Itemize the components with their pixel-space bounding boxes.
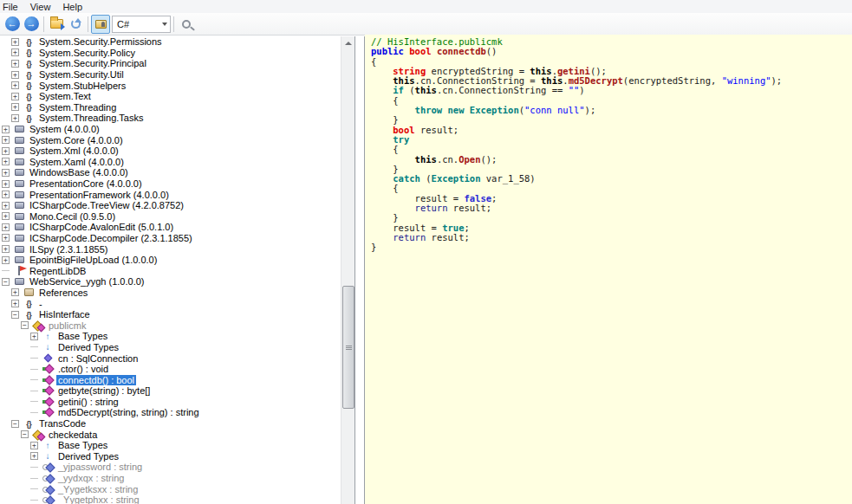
tree-label[interactable]: ILSpy (2.3.1.1855) bbox=[28, 244, 110, 255]
tree-label[interactable]: WindowsBase (4.0.0.0) bbox=[28, 167, 130, 178]
tree-row[interactable]: +ICSharpCode.Decompiler (2.3.1.1855) bbox=[0, 233, 341, 244]
tree-label[interactable]: System.Threading bbox=[37, 102, 118, 113]
expander-plus-icon[interactable]: + bbox=[11, 103, 19, 111]
expander-plus-icon[interactable]: + bbox=[30, 452, 38, 460]
tree-row[interactable]: +System (4.0.0.0) bbox=[0, 124, 341, 135]
menu-file[interactable]: File bbox=[0, 1, 24, 13]
scrollbar-thumb[interactable] bbox=[342, 286, 354, 409]
tree-label[interactable]: System.Xaml (4.0.0.0) bbox=[28, 157, 126, 167]
expander-plus-icon[interactable]: + bbox=[2, 234, 10, 242]
tree-label[interactable]: getini() : string bbox=[56, 397, 120, 407]
tree-row[interactable]: +System.Core (4.0.0.0) bbox=[0, 134, 341, 145]
tree-label[interactable]: cn : SqlConnection bbox=[56, 353, 140, 364]
expander-plus-icon[interactable]: + bbox=[2, 223, 10, 231]
tree-row[interactable]: +ICSharpCode.TreeView (4.2.0.8752) bbox=[0, 200, 341, 211]
tree-row[interactable]: md5Decrypt(string, string) : string bbox=[0, 407, 341, 418]
tree-row[interactable]: .ctor() : void bbox=[0, 364, 341, 375]
back-button[interactable]: ← bbox=[3, 15, 22, 34]
tree-row[interactable]: −publicmk bbox=[0, 320, 341, 331]
tree-label[interactable]: ICSharpCode.TreeView (4.2.0.8752) bbox=[28, 200, 185, 210]
expander-plus-icon[interactable]: + bbox=[2, 256, 10, 264]
expander-plus-icon[interactable]: + bbox=[30, 333, 38, 340]
tree-label[interactable]: WebService_yygh (1.0.0.0) bbox=[28, 276, 146, 287]
tree-row[interactable]: cn : SqlConnection bbox=[0, 352, 341, 364]
tree-row[interactable]: +WindowsBase (4.0.0.0) bbox=[0, 167, 341, 178]
tree-label[interactable]: System (4.0.0.0) bbox=[28, 124, 101, 134]
tree-row[interactable]: +ILSpy (2.3.1.1855) bbox=[0, 243, 341, 255]
expander-plus-icon[interactable]: + bbox=[2, 202, 10, 210]
assembly-tree[interactable]: +{}System.Security.Permissions+{}System.… bbox=[0, 36, 341, 504]
tree-row[interactable]: +{}System.Security.Policy bbox=[0, 48, 341, 59]
menu-help[interactable]: Help bbox=[56, 1, 88, 13]
tree-row[interactable]: +System.Xml (4.0.0.0) bbox=[0, 145, 341, 157]
tree-label[interactable]: System.Xml (4.0.0.0) bbox=[28, 145, 120, 156]
tree-label[interactable]: EpointBigFileUpLoad (1.0.0.0) bbox=[28, 255, 159, 265]
tree-row[interactable]: +{}System.Security.Util bbox=[0, 69, 341, 81]
tree-label[interactable]: System.Core (4.0.0.0) bbox=[28, 135, 125, 145]
expander-plus-icon[interactable]: + bbox=[11, 288, 19, 296]
assembly-visibility-toggle[interactable] bbox=[91, 15, 110, 34]
expander-plus-icon[interactable]: + bbox=[2, 245, 10, 253]
decompiled-code-view[interactable]: // HisInterface.publicmkpublic bool conn… bbox=[365, 35, 852, 504]
tree-label[interactable]: Derived Types bbox=[56, 451, 120, 462]
tree-label[interactable]: System.Text bbox=[37, 91, 93, 101]
expander-plus-icon[interactable]: + bbox=[11, 114, 19, 122]
expander-plus-icon[interactable]: + bbox=[2, 126, 10, 133]
expander-plus-icon[interactable]: + bbox=[30, 442, 38, 449]
scrollbar-up-arrow-icon[interactable] bbox=[341, 36, 355, 49]
expander-minus-icon[interactable]: − bbox=[11, 311, 19, 319]
tree-label[interactable]: Base Types bbox=[56, 331, 109, 341]
expander-plus-icon[interactable]: + bbox=[11, 71, 19, 79]
tree-row[interactable]: +↑Base Types bbox=[0, 331, 341, 342]
tree-label[interactable]: _Yygetksxx : string bbox=[56, 484, 140, 494]
tree-label[interactable]: System.Security.Principal bbox=[37, 58, 148, 68]
tree-label[interactable]: TransCode bbox=[37, 418, 88, 429]
expander-minus-icon[interactable]: − bbox=[11, 420, 19, 428]
expander-plus-icon[interactable]: + bbox=[2, 180, 10, 188]
tree-row[interactable]: +↓Derived Types bbox=[0, 451, 341, 462]
tree-label[interactable]: PresentationFramework (4.0.0.0) bbox=[28, 190, 171, 200]
tree-label-selected[interactable]: connectdb() : bool bbox=[56, 375, 136, 385]
tree-row[interactable]: +System.Xaml (4.0.0.0) bbox=[0, 157, 341, 168]
tree-label[interactable]: System.Security.Util bbox=[37, 69, 126, 80]
expander-plus-icon[interactable]: + bbox=[2, 158, 10, 165]
expander-plus-icon[interactable]: + bbox=[11, 81, 19, 89]
tree-label[interactable]: RegentLibDB bbox=[28, 266, 88, 276]
tree-row[interactable]: getini() : string bbox=[0, 397, 341, 408]
expander-plus-icon[interactable]: + bbox=[11, 60, 19, 68]
expander-minus-icon[interactable]: − bbox=[2, 278, 10, 286]
tree-row[interactable]: +{}System.Threading bbox=[0, 102, 341, 113]
expander-minus-icon[interactable]: − bbox=[21, 321, 29, 329]
tree-row[interactable]: +{}System.Threading.Tasks bbox=[0, 113, 341, 124]
tree-row[interactable]: +PresentationFramework (4.0.0.0) bbox=[0, 189, 341, 200]
tree-label[interactable]: References bbox=[37, 288, 89, 298]
tree-label[interactable]: getbyte(string) : byte[] bbox=[56, 385, 152, 396]
tree-row[interactable]: −{}TransCode bbox=[0, 418, 341, 430]
tree-label[interactable]: - bbox=[37, 299, 44, 309]
expander-plus-icon[interactable]: + bbox=[11, 38, 19, 46]
tree-row[interactable]: +↑Base Types bbox=[0, 440, 341, 451]
tree-row[interactable]: +EpointBigFileUpLoad (1.0.0.0) bbox=[0, 255, 341, 266]
tree-label[interactable]: System.StubHelpers bbox=[37, 81, 127, 91]
tree-row[interactable]: −WebService_yygh (1.0.0.0) bbox=[0, 276, 341, 288]
tree-row[interactable]: +References bbox=[0, 288, 341, 299]
tree-label[interactable]: Mono.Cecil (0.9.5.0) bbox=[28, 211, 117, 222]
expander-plus-icon[interactable]: + bbox=[2, 212, 10, 220]
tree-row[interactable]: connectdb() : bool bbox=[0, 374, 341, 385]
open-assembly-button[interactable] bbox=[47, 15, 66, 34]
tree-label[interactable]: Base Types bbox=[56, 440, 109, 450]
tree-label[interactable]: _yydxqx : string bbox=[56, 473, 126, 483]
tree-label[interactable]: ICSharpCode.AvalonEdit (5.0.1.0) bbox=[28, 222, 175, 232]
tree-row[interactable]: +{}System.StubHelpers bbox=[0, 80, 341, 91]
expander-plus-icon[interactable]: + bbox=[2, 147, 10, 155]
tree-label[interactable]: HisInterface bbox=[37, 309, 92, 320]
tree-row[interactable]: +ICSharpCode.AvalonEdit (5.0.1.0) bbox=[0, 222, 341, 233]
expander-plus-icon[interactable]: + bbox=[2, 191, 10, 198]
tree-label[interactable]: publicmk bbox=[47, 320, 88, 331]
tree-row[interactable]: RegentLibDB bbox=[0, 265, 341, 276]
tree-scrollbar[interactable] bbox=[341, 36, 354, 504]
tree-label[interactable]: System.Threading.Tasks bbox=[37, 113, 145, 123]
tree-row[interactable]: +{}System.Security.Permissions bbox=[0, 36, 341, 48]
tree-label[interactable]: Derived Types bbox=[56, 342, 120, 352]
pane-splitter[interactable] bbox=[354, 36, 365, 504]
